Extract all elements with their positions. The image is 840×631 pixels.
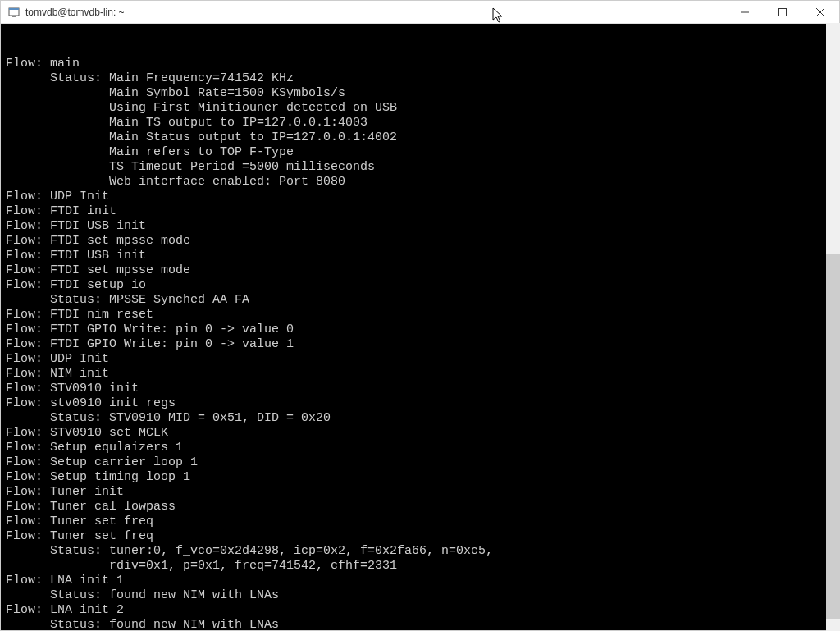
terminal-line: Main Status output to IP=127.0.0.1:4002 [6,130,834,145]
terminal-line: Flow: UDP Init [6,352,834,367]
app-window: tomvdb@tomvdb-lin: ~ Flow: main Status: … [0,0,840,631]
terminal-line: Status: STV0910 MID = 0x51, DID = 0x20 [6,411,834,426]
scrollbar-thumb[interactable] [826,254,840,620]
terminal-line: Web interface enabled: Port 8080 [6,175,834,190]
terminal-output[interactable]: Flow: main Status: Main Frequency=741542… [1,24,839,630]
terminal-line: Flow: Tuner set freq [6,514,834,529]
svg-rect-2 [12,16,16,17]
close-button[interactable] [801,1,839,23]
terminal-line: Flow: FTDI USB init [6,249,834,263]
terminal-line: Flow: FTDI nim reset [6,308,834,322]
terminal-line: Flow: LNA init 2 [6,603,834,618]
terminal-line: Flow: main [6,57,834,71]
window-title: tomvdb@tomvdb-lin: ~ [25,7,726,18]
terminal-line: Flow: Tuner cal lowpass [6,500,834,514]
terminal-line: Flow: Tuner init [6,485,834,500]
terminal-line: Flow: FTDI setup io [6,278,834,293]
terminal-line: Flow: FTDI GPIO Write: pin 0 -> value 0 [6,322,834,337]
terminal-line: Flow: FTDI USB init [6,219,834,234]
maximize-button[interactable] [764,1,801,23]
terminal-line: Main TS output to IP=127.0.0.1:4003 [6,116,834,130]
terminal-line: Flow: FTDI GPIO Write: pin 0 -> value 1 [6,337,834,352]
svg-rect-4 [779,8,787,16]
terminal-line: Flow: FTDI init [6,204,834,219]
terminal-line: Flow: Tuner set freq [6,529,834,544]
terminal-line: Flow: LNA init 1 [6,574,834,588]
window-controls [726,1,839,23]
terminal-line: Flow: Setup timing loop 1 [6,470,834,485]
terminal-line: Flow: stv0910 init regs [6,396,834,411]
terminal-line: Flow: Setup carrier loop 1 [6,455,834,470]
terminal-line: Status: found new NIM with LNAs [6,618,834,630]
terminal-line: Flow: Setup equlaizers 1 [6,441,834,455]
titlebar[interactable]: tomvdb@tomvdb-lin: ~ [1,1,839,24]
terminal-line: rdiv=0x1, p=0x1, freq=741542, cfhf=2331 [6,559,834,574]
svg-rect-1 [9,8,19,10]
terminal-line: Flow: UDP Init [6,190,834,204]
terminal-line: Flow: FTDI set mpsse mode [6,234,834,249]
minimize-button[interactable] [726,1,764,23]
app-icon [7,6,21,19]
vertical-scrollbar[interactable] [826,23,840,631]
terminal-line: Flow: NIM init [6,367,834,382]
terminal-line: Flow: FTDI set mpsse mode [6,263,834,278]
terminal-line: Main refers to TOP F-Type [6,145,834,160]
terminal-line: Flow: STV0910 init [6,382,834,396]
terminal-line: Main Symbol Rate=1500 KSymbols/s [6,86,834,101]
terminal-line: Using First Minitiouner detected on USB [6,101,834,116]
terminal-line: Status: Main Frequency=741542 KHz [6,71,834,86]
terminal-line: Flow: STV0910 set MCLK [6,426,834,441]
terminal-line: Status: found new NIM with LNAs [6,588,834,603]
terminal-line: Status: MPSSE Synched AA FA [6,293,834,308]
terminal-line: Status: tuner:0, f_vco=0x2d4298, icp=0x2… [6,544,834,559]
terminal-line: TS Timeout Period =5000 milliseconds [6,160,834,175]
